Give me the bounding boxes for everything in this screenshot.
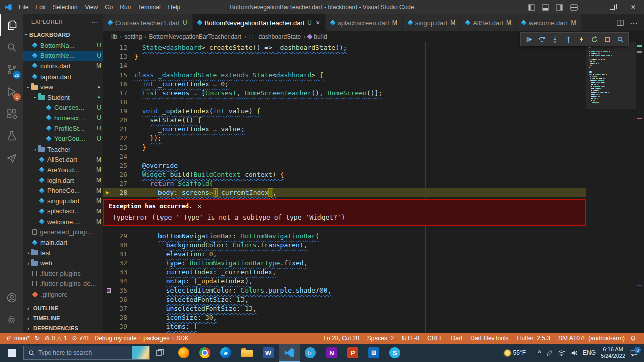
sync-changes-icon[interactable]: ↻: [32, 335, 42, 342]
split-editor-icon[interactable]: [617, 19, 624, 26]
code-line-27[interactable]: 27 return Scaffold(: [103, 179, 586, 188]
status-spaces-2[interactable]: Spaces: 2: [365, 335, 396, 342]
code-line-34[interactable]: 34 onTap: (_updateIndex),: [103, 277, 586, 286]
taskbar-app-onenote[interactable]: N: [321, 344, 342, 362]
debug-step-out-button[interactable]: [562, 34, 574, 45]
hot-reload-icon[interactable]: [575, 34, 587, 45]
clock[interactable]: 6:16 AM 5/24/2022: [601, 346, 625, 359]
extensions-icon[interactable]: [0, 103, 23, 125]
problems-indicator[interactable]: ⊘0 △1: [42, 335, 70, 342]
settings-gear-icon[interactable]: [0, 309, 23, 331]
code-line-39[interactable]: 39 items: [: [103, 322, 586, 331]
code-line-36[interactable]: 36 selectedFontSize: 13,: [103, 295, 586, 304]
tree-item-student[interactable]: ›Student●: [23, 92, 103, 103]
pen-icon[interactable]: [546, 350, 553, 356]
taskbar-app-edge[interactable]: e: [215, 344, 236, 362]
taskbar-app-chrome[interactable]: [194, 344, 215, 362]
code-line-19[interactable]: 19 void _updateIndex(int value) {: [103, 107, 586, 116]
menu-view[interactable]: View: [81, 0, 101, 14]
tab-bottomnevegationbarteacher-dart[interactable]: BottomNevegationBarTeacher.dartU×: [193, 14, 326, 31]
code-line-12[interactable]: 12 State<dashboard> createState() => _da…: [103, 43, 586, 52]
debug-continue-button[interactable]: [523, 34, 535, 45]
code-line-29[interactable]: 29 bottomNavigationBar: BottomNavigation…: [103, 232, 586, 241]
code-line-17[interactable]: 17 List screens = [CoursesT, HomeScreenT…: [103, 89, 586, 98]
tree-item-yourcou[interactable]: YourCou...U: [23, 133, 103, 144]
tree-item-flutter-plugins-de[interactable]: .flutter-plugins-de...: [23, 279, 103, 289]
tree-item-colors-dart[interactable]: colors.dartM: [23, 61, 103, 71]
code-line-31[interactable]: 31 elevation: 0,: [103, 250, 586, 259]
status-dart[interactable]: Dart: [449, 335, 465, 342]
start-button[interactable]: [0, 344, 23, 362]
tree-item-phoneco[interactable]: PhoneCo...M: [23, 185, 103, 196]
tree-item-singup-dart[interactable]: singup.dartM: [23, 196, 103, 206]
debug-step-over-button[interactable]: [536, 34, 548, 45]
breadcrumb-item-setting[interactable]: setting: [124, 33, 142, 40]
menu-selection[interactable]: Selection: [49, 0, 81, 14]
account-icon[interactable]: [0, 286, 23, 309]
action-center-icon[interactable]: 3: [630, 349, 640, 356]
menu-edit[interactable]: Edit: [32, 0, 49, 14]
restore-button[interactable]: [602, 0, 623, 14]
status-flutter-2-5-3[interactable]: Flutter: 2.5.3: [514, 335, 553, 342]
tab-allset-dart[interactable]: AllSet.dartM: [461, 14, 517, 31]
code-line-18[interactable]: 18: [103, 98, 586, 107]
code-line-40[interactable]: 40 BottomNavigationBarItem(: [103, 331, 586, 333]
status-sm-a107f-android-arm[interactable]: SM A107F (android-arm): [556, 335, 627, 342]
notifications-bell-icon[interactable]: [627, 335, 639, 342]
customize-layout-icon[interactable]: [567, 0, 581, 14]
menu-terminal[interactable]: Terminal: [134, 0, 164, 14]
menu-help[interactable]: Help: [165, 0, 184, 14]
overview-ruler[interactable]: [636, 42, 644, 333]
close-icon[interactable]: ×: [316, 19, 320, 27]
search-highlight-image[interactable]: [132, 346, 149, 359]
tree-item-homescr[interactable]: homescr...U: [23, 113, 103, 123]
explorer-icon[interactable]: [0, 14, 23, 36]
taskbar-app-powerpoint[interactable]: P: [342, 344, 363, 362]
status-dart-devtools[interactable]: Dart DevTools: [468, 335, 511, 342]
wifi-icon[interactable]: [558, 350, 566, 356]
tree-item-bottomna[interactable]: BottomNa...U: [23, 40, 103, 51]
close-button[interactable]: ×: [623, 0, 644, 14]
taskbar-app-word[interactable]: W: [258, 344, 279, 362]
workspace-root[interactable]: › BLACKBOARD: [23, 29, 103, 40]
tab-splachscreen-dart[interactable]: splachscreen.dartM: [326, 14, 403, 31]
breadcrumb-item-bottomnevegationbarteacher-dart[interactable]: BottomNevegationBarTeacher.dart: [149, 33, 241, 40]
tab-welcome-dart[interactable]: welcome.dartM: [517, 14, 581, 31]
tree-item-main-dart[interactable]: main.dart: [23, 237, 103, 248]
taskbar-app-vscode[interactable]: [279, 344, 300, 362]
sidebar-section-outline[interactable]: ›OUTLINE: [23, 303, 103, 313]
code-line-23[interactable]: 23 }: [103, 143, 586, 152]
sidebar-section-dependencies[interactable]: ›DEPENDENCIES: [23, 323, 103, 333]
tree-item-profilest[interactable]: ProfileSt...U: [23, 123, 103, 134]
breadcrumb-item-lib[interactable]: lib: [111, 33, 117, 40]
tree-item-areyou-d[interactable]: AreYou.d...M: [23, 165, 103, 175]
source-control-icon[interactable]: 28: [0, 58, 23, 81]
minimap-slider[interactable]: [586, 42, 636, 109]
test-flask-icon[interactable]: [0, 125, 23, 147]
metric-indicator[interactable]: ⊙741: [69, 335, 92, 342]
code-editor[interactable]: 12 State<dashboard> createState() => _da…: [103, 42, 586, 333]
code-line-38[interactable]: 38 iconSize: 30,: [103, 313, 586, 322]
editor-more-actions-icon[interactable]: ⋯: [630, 18, 638, 28]
tree-item-teacher[interactable]: ›Teacher: [23, 144, 103, 155]
breadcrumb-item-build[interactable]: build: [308, 33, 327, 40]
debug-step-into-button[interactable]: [549, 34, 561, 45]
explorer-more-actions-icon[interactable]: ⋯: [92, 18, 98, 26]
tray-expand-icon[interactable]: ^: [538, 349, 541, 356]
code-line-30[interactable]: 30 backgroundColor: Colors.transparent,: [103, 241, 586, 250]
speaker-icon[interactable]: [571, 350, 578, 356]
search-icon[interactable]: [0, 36, 23, 58]
code-line-16[interactable]: 16 int _currentIndex = 0;: [103, 80, 586, 89]
publish-plane-icon[interactable]: [0, 147, 23, 169]
taskbar-app-file-explorer[interactable]: [236, 344, 258, 362]
code-line-26[interactable]: 26 Widget build(BuildContext context) {: [103, 170, 586, 179]
code-line-21[interactable]: 21 _currentIndex = value;: [103, 125, 586, 134]
status-utf-8[interactable]: UTF-8: [399, 335, 422, 342]
widget-inspector-icon[interactable]: [614, 34, 626, 45]
tree-item-login-dart[interactable]: login.dartM: [23, 175, 103, 186]
taskbar-search-input[interactable]: Type here to search: [23, 346, 150, 360]
code-line-25[interactable]: 25 @override: [103, 161, 586, 170]
tree-item-web[interactable]: ›web: [23, 258, 103, 268]
menu-file[interactable]: File: [15, 0, 32, 14]
toggle-panel-icon[interactable]: [538, 0, 552, 14]
